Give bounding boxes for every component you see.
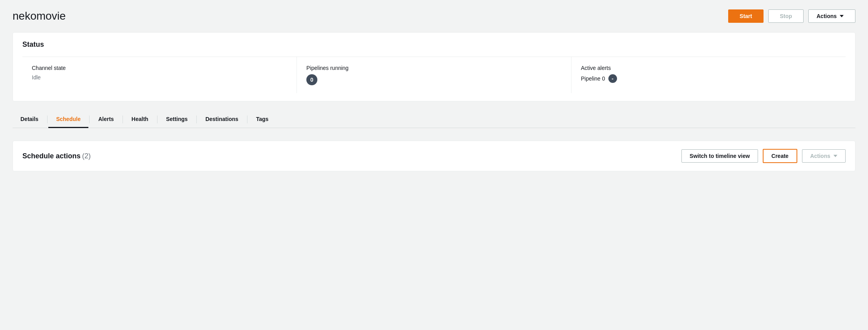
tab-health[interactable]: Health — [124, 111, 156, 128]
schedule-actions: Switch to timeline view Create Actions — [681, 149, 846, 163]
tab-alerts[interactable]: Alerts — [90, 111, 122, 128]
channel-state-value: Idle — [32, 74, 287, 81]
tab-separator-4 — [157, 116, 157, 123]
header-actions: Start Stop Actions — [728, 9, 855, 23]
pipelines-running-label: Pipelines running — [306, 65, 562, 71]
tab-separator-3 — [123, 116, 123, 123]
pipelines-running-badge: 0 — [306, 74, 317, 85]
schedule-section: Schedule actions (2) Switch to timeline … — [13, 141, 855, 171]
pipelines-running-cell: Pipelines running 0 — [297, 57, 571, 93]
tab-settings[interactable]: Settings — [158, 111, 196, 128]
status-card-title: Status — [22, 40, 846, 49]
schedule-header: Schedule actions (2) Switch to timeline … — [22, 149, 846, 163]
tab-separator-1 — [47, 116, 48, 123]
alert-dash-badge: - — [608, 74, 617, 83]
tabs-list: Details Schedule Alerts Health Settings … — [13, 111, 855, 128]
active-alerts-label: Active alerts — [581, 65, 836, 71]
schedule-count: (2) — [82, 152, 91, 160]
tabs-container: Details Schedule Alerts Health Settings … — [13, 111, 855, 128]
tab-details[interactable]: Details — [13, 111, 46, 128]
tab-separator-6 — [247, 116, 247, 123]
pipeline-0-label: Pipeline 0 — [581, 75, 605, 82]
active-alerts-cell: Active alerts Pipeline 0 - — [571, 57, 846, 93]
actions-button-top[interactable]: Actions — [808, 9, 855, 23]
channel-state-label: Channel state — [32, 65, 287, 71]
tab-separator-5 — [196, 116, 197, 123]
schedule-title: Schedule actions — [22, 152, 81, 160]
create-button[interactable]: Create — [763, 149, 797, 163]
start-button[interactable]: Start — [728, 9, 764, 23]
tab-separator-2 — [89, 116, 90, 123]
stop-button: Stop — [768, 9, 804, 23]
pipeline-alert: Pipeline 0 - — [581, 74, 836, 83]
status-grid: Channel state Idle Pipelines running 0 A… — [22, 57, 846, 93]
tab-tags[interactable]: Tags — [248, 111, 277, 128]
actions-button-schedule: Actions — [802, 149, 846, 163]
chevron-down-icon-schedule — [833, 155, 837, 157]
tab-schedule[interactable]: Schedule — [48, 111, 88, 128]
switch-timeline-button[interactable]: Switch to timeline view — [681, 149, 758, 163]
channel-state-cell: Channel state Idle — [22, 57, 297, 93]
page-title: nekomovie — [13, 10, 66, 22]
status-card: Status Channel state Idle Pipelines runn… — [13, 32, 855, 101]
schedule-title-area: Schedule actions (2) — [22, 152, 91, 160]
page-header: nekomovie Start Stop Actions — [13, 9, 855, 23]
tab-destinations[interactable]: Destinations — [198, 111, 246, 128]
chevron-down-icon — [840, 15, 844, 17]
